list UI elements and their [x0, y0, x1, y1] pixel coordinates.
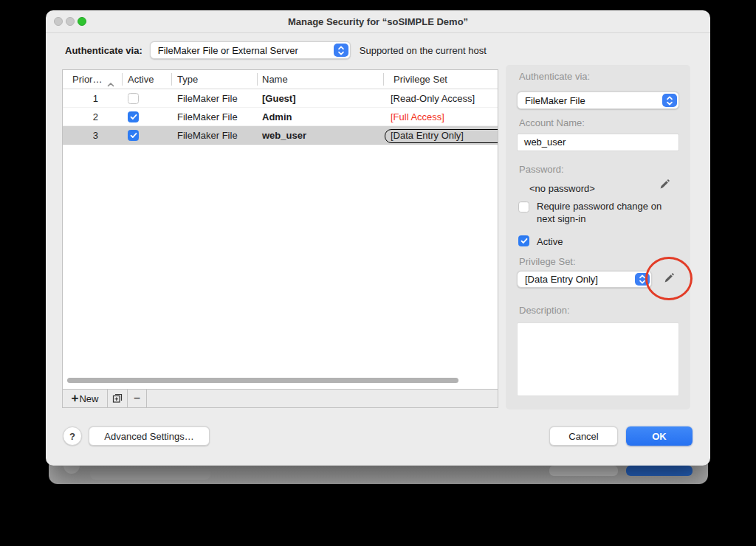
account-name-input[interactable]: web_user: [517, 134, 679, 151]
description-textarea[interactable]: [517, 322, 679, 396]
name-cell: web_user: [262, 126, 306, 145]
select-stepper-icon: [635, 273, 650, 286]
column-divider: [122, 73, 123, 86]
active-checkbox[interactable]: [128, 93, 139, 104]
authenticate-via-value: FileMaker File or External Server: [151, 45, 298, 56]
window-title: Manage Security for “soSIMPLE Demo”: [46, 10, 710, 33]
ghost-cancel-button: [549, 466, 618, 476]
column-header-active[interactable]: Active: [128, 70, 154, 89]
checkbox-unchecked-icon: [128, 93, 139, 104]
minus-icon: −: [134, 392, 140, 405]
table-row-admin[interactable]: 2 FileMaker File Admin [Full Access]: [63, 108, 498, 126]
delete-account-button[interactable]: −: [128, 390, 147, 407]
column-divider: [257, 73, 258, 86]
require-password-change-label: Require password change on next sign-in: [537, 200, 677, 225]
pencil-icon: [662, 276, 676, 287]
privilege-set-cell: [Full Access]: [391, 108, 444, 126]
privilege-set-cell: [Read-Only Access]: [391, 89, 475, 108]
edit-password-button[interactable]: [657, 178, 672, 193]
pencil-icon: [658, 182, 671, 193]
sort-ascending-icon: [107, 77, 114, 90]
cancel-button[interactable]: Cancel: [549, 426, 618, 446]
authenticate-via-label: Authenticate via:: [65, 45, 142, 56]
priority-cell: 3: [63, 126, 98, 145]
privilege-set-value: [Data Entry Only]: [518, 274, 598, 285]
name-cell: Admin: [262, 108, 292, 126]
type-cell: FileMaker File: [177, 126, 238, 145]
edit-privilege-set-button[interactable]: [662, 272, 676, 286]
column-divider: [383, 73, 384, 86]
plus-icon: +: [72, 391, 79, 406]
privilege-set-cell: [Data Entry Only]: [391, 126, 464, 145]
column-header-privilege-set[interactable]: Privilege Set: [394, 70, 447, 89]
checkbox-checked-icon: [128, 111, 139, 122]
panel-authenticate-select[interactable]: FileMaker File: [517, 91, 679, 109]
column-header-priority[interactable]: Prior…: [72, 70, 102, 89]
title-bar: Manage Security for “soSIMPLE Demo”: [46, 10, 710, 33]
desktop-background: Manage Security for “soSIMPLE Demo” Auth…: [0, 0, 756, 546]
authenticate-via-select[interactable]: FileMaker File or External Server: [150, 41, 351, 59]
panel-authenticate-label: Authenticate via:: [519, 71, 590, 82]
new-account-button[interactable]: + New: [63, 390, 108, 407]
password-label: Password:: [519, 164, 564, 175]
table-row-guest[interactable]: 1 FileMaker File [Guest] [Read-Only Acce…: [63, 89, 498, 108]
password-value: <no password>: [529, 183, 595, 194]
active-checkbox[interactable]: [518, 235, 529, 246]
ok-button[interactable]: OK: [626, 426, 693, 446]
type-cell: FileMaker File: [177, 89, 238, 108]
manage-security-dialog: Manage Security for “soSIMPLE Demo” Auth…: [46, 10, 710, 466]
duplicate-icon: [111, 392, 123, 406]
authenticate-toolbar: Authenticate via: FileMaker File or Exte…: [65, 41, 487, 60]
checkbox-checked-icon: [128, 130, 139, 141]
active-checkbox[interactable]: [128, 111, 139, 122]
table-header: Prior… Active Type Name Privilege Set: [63, 70, 498, 89]
table-row-web-user[interactable]: 3 FileMaker File web_user [Data Entry On…: [63, 126, 498, 145]
duplicate-account-button[interactable]: [108, 390, 128, 407]
accounts-table: Prior… Active Type Name Privilege Set 1 …: [62, 69, 498, 408]
column-header-name[interactable]: Name: [262, 70, 288, 89]
active-checkbox[interactable]: [128, 130, 139, 141]
table-footer-toolbar: + New −: [63, 389, 498, 407]
priority-cell: 1: [63, 89, 98, 108]
horizontal-scrollbar[interactable]: [67, 378, 458, 383]
panel-authenticate-value: FileMaker File: [518, 95, 585, 106]
help-button[interactable]: ?: [63, 426, 82, 446]
privilege-set-label: Privilege Set:: [519, 256, 576, 267]
privilege-set-select[interactable]: [Data Entry Only]: [517, 271, 652, 288]
column-header-type[interactable]: Type: [177, 70, 198, 89]
account-detail-panel: Authenticate via: FileMaker File Account…: [506, 65, 690, 410]
name-cell: [Guest]: [262, 89, 296, 108]
column-divider: [171, 73, 172, 86]
select-stepper-icon: [662, 94, 677, 107]
advanced-settings-button[interactable]: Advanced Settings…: [89, 426, 210, 446]
active-label: Active: [537, 236, 563, 247]
require-password-change-checkbox[interactable]: [518, 201, 529, 212]
description-label: Description:: [519, 305, 570, 316]
ghost-advanced-settings-button: [90, 468, 210, 480]
priority-cell: 2: [63, 108, 98, 126]
select-stepper-icon: [334, 44, 348, 57]
host-support-note: Supported on the current host: [360, 45, 487, 56]
account-name-label: Account Name:: [519, 117, 585, 128]
new-button-label: New: [79, 393, 98, 404]
ghost-ok-button: [626, 466, 693, 476]
type-cell: FileMaker File: [177, 108, 238, 126]
